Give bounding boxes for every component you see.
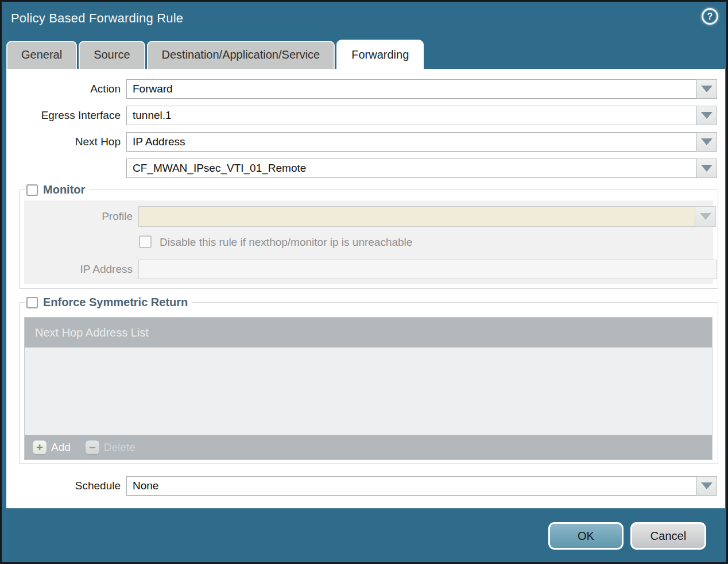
tab-source-label: Source — [94, 48, 130, 61]
schedule-dropdown[interactable]: None — [126, 476, 696, 496]
next-hop-address-list-body — [25, 347, 712, 435]
help-icon[interactable]: ? — [702, 8, 718, 25]
dialog-titlebar: Policy Based Forwarding Rule ? — [2, 2, 726, 37]
dropdown-arrow-icon — [700, 213, 711, 220]
dropdown-arrow-icon — [701, 86, 712, 92]
monitor-profile-dropdown[interactable] — [138, 206, 695, 227]
plus-icon: + — [33, 441, 47, 454]
delete-button-label: Delete — [104, 441, 135, 454]
tab-forwarding[interactable]: Forwarding — [336, 40, 424, 69]
tab-forwarding-label: Forwarding — [351, 48, 409, 61]
tab-general[interactable]: General — [6, 41, 77, 69]
egress-interface-dropdown[interactable]: tunnel.1 — [126, 106, 696, 125]
minus-icon: − — [86, 441, 99, 454]
dropdown-arrow-icon — [701, 138, 712, 145]
dialog-title: Policy Based Forwarding Rule — [11, 11, 183, 26]
symmetric-return-group: Enforce Symmetric Return Next Hop Addres… — [19, 302, 718, 464]
dropdown-arrow-icon — [701, 165, 712, 172]
monitor-group: Monitor Profile Disable this rule if nex… — [19, 190, 718, 289]
symmetric-return-checkbox[interactable] — [26, 297, 38, 308]
pbf-rule-dialog: Policy Based Forwarding Rule ? General S… — [0, 0, 728, 564]
add-button[interactable]: + Add — [33, 441, 71, 454]
next-hop-label: Next Hop — [6, 132, 121, 152]
schedule-label: Schedule — [6, 476, 121, 496]
monitor-legend: Monitor — [25, 183, 90, 196]
egress-interface-dropdown-button[interactable] — [696, 106, 717, 125]
monitor-profile-label: Profile — [24, 206, 133, 227]
dialog-footer: OK Cancel — [2, 508, 726, 562]
disable-rule-checkbox[interactable] — [139, 235, 152, 248]
next-hop-address-list-header: Next Hop Address List — [25, 318, 712, 347]
tab-bar: General Source Destination/Application/S… — [6, 40, 722, 69]
tab-general-label: General — [21, 48, 62, 61]
action-dropdown[interactable]: Forward — [126, 79, 696, 99]
monitor-checkbox[interactable] — [26, 184, 38, 196]
forwarding-tab-panel: Action Forward Egress Interface tunnel.1… — [6, 69, 725, 510]
ok-button[interactable]: OK — [548, 522, 624, 550]
add-button-label: Add — [51, 441, 71, 454]
symmetric-return-legend-label: Enforce Symmetric Return — [43, 296, 188, 309]
monitor-profile-dropdown-button[interactable] — [695, 206, 716, 227]
tab-destination-application-service[interactable]: Destination/Application/Service — [147, 41, 335, 69]
schedule-dropdown-button[interactable] — [696, 476, 717, 496]
egress-interface-label: Egress Interface — [6, 106, 121, 125]
monitor-ip-address-field[interactable] — [138, 260, 717, 279]
action-label: Action — [6, 79, 121, 99]
dropdown-arrow-icon — [701, 112, 712, 119]
next-hop-type-dropdown[interactable]: IP Address — [126, 132, 696, 152]
next-hop-address-dropdown-button[interactable] — [696, 159, 717, 178]
next-hop-address-list-toolbar: + Add − Delete — [25, 435, 712, 459]
symmetric-return-legend: Enforce Symmetric Return — [25, 296, 192, 309]
cancel-button[interactable]: Cancel — [630, 522, 706, 550]
next-hop-address-dropdown[interactable]: CF_MWAN_IPsec_VTI_01_Remote — [126, 159, 696, 178]
next-hop-address-list-grid: Next Hop Address List + Add − Delete — [24, 317, 712, 460]
delete-button[interactable]: − Delete — [86, 441, 135, 454]
monitor-legend-label: Monitor — [43, 183, 85, 196]
monitor-ip-address-label: IP Address — [24, 260, 133, 279]
dropdown-arrow-icon — [701, 482, 712, 489]
monitor-panel: Profile Disable this rule if nexthop/mon… — [24, 200, 713, 284]
disable-rule-label: Disable this rule if nexthop/monitor ip … — [160, 235, 412, 249]
tab-destination-label: Destination/Application/Service — [162, 48, 320, 61]
action-dropdown-button[interactable] — [696, 79, 717, 99]
tab-source[interactable]: Source — [79, 41, 145, 69]
next-hop-type-dropdown-button[interactable] — [696, 132, 717, 152]
